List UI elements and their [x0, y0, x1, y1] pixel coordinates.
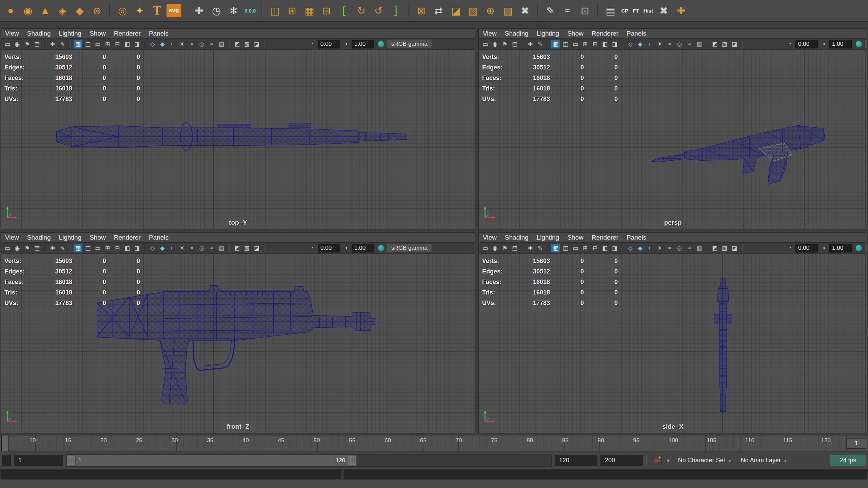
boolean-icon[interactable]: ⊞: [284, 2, 300, 19]
wireframe-on-shaded-icon[interactable]: ◪: [252, 244, 261, 252]
shaded-mode-icon[interactable]: ◆: [636, 40, 645, 48]
pan-zoom-icon[interactable]: ✚: [526, 40, 535, 48]
menu-show[interactable]: Show: [567, 30, 584, 37]
menu-view[interactable]: View: [483, 234, 497, 241]
wireframe-on-shaded-icon[interactable]: ◪: [252, 40, 261, 48]
animation-start-field[interactable]: [2, 455, 11, 466]
menu-shading[interactable]: Shading: [505, 30, 529, 37]
resolution-gate-icon[interactable]: ▭: [571, 40, 580, 48]
extrude-icon[interactable]: ▧: [465, 2, 481, 19]
curve-tool-icon[interactable]: ≈: [560, 2, 575, 19]
anim-layer-dropdown[interactable]: No Anim Layer ▾: [737, 455, 790, 466]
shadows-icon[interactable]: ●: [665, 40, 674, 48]
grid-toggle-icon[interactable]: ▦: [74, 244, 82, 252]
wireframe-mode-icon[interactable]: ◇: [148, 244, 157, 252]
exposure-icon[interactable]: ◔: [308, 40, 316, 48]
shadows-icon[interactable]: ●: [665, 244, 674, 252]
command-result-field[interactable]: [344, 470, 867, 479]
auto-key-icon[interactable]: +: [650, 455, 662, 466]
mirror-icon[interactable]: ⇄: [431, 2, 446, 19]
camera-attributes-icon[interactable]: ◉: [491, 244, 499, 252]
grease-pencil-icon[interactable]: ✎: [58, 244, 67, 252]
camera-select-icon[interactable]: ▭: [3, 40, 12, 48]
textured-mode-icon[interactable]: ◐: [168, 40, 177, 48]
grid-toggle-icon[interactable]: ▦: [74, 40, 82, 48]
poly-torus-icon[interactable]: ◉: [20, 2, 36, 19]
highlight-bracket-left[interactable]: [: [336, 2, 352, 19]
bookmark-icon[interactable]: ⚑: [500, 40, 509, 48]
pan-zoom-icon[interactable]: ✚: [526, 244, 535, 252]
snap-time-icon[interactable]: ◷: [209, 2, 224, 19]
exposure-icon[interactable]: ◔: [785, 244, 794, 252]
ambient-occlusion-icon[interactable]: ◎: [197, 244, 206, 252]
safe-title-icon[interactable]: ◨: [133, 244, 141, 252]
bevel-icon[interactable]: ◪: [448, 2, 463, 19]
viewport-canvas-front[interactable]: Verts: 15603 0 0 Edges: 30512 0 0 Faces:…: [1, 254, 475, 433]
view-transform-label[interactable]: sRGB gamma: [865, 244, 867, 252]
menu-panels[interactable]: Panels: [627, 234, 646, 241]
use-all-lights-icon[interactable]: ☀: [655, 244, 664, 252]
curve-grid-icon[interactable]: ⊡: [577, 2, 593, 19]
color-management-icon[interactable]: [378, 245, 384, 251]
range-slider-track[interactable]: 1 120: [66, 454, 552, 467]
wireframe-mode-icon[interactable]: ◇: [148, 40, 157, 48]
grid-toggle-icon[interactable]: ▦: [551, 40, 560, 48]
exposure-field[interactable]: 0.00: [318, 244, 340, 252]
use-all-lights-icon[interactable]: ☀: [178, 40, 186, 48]
gamma-field[interactable]: 1.00: [352, 40, 374, 48]
xray-icon[interactable]: ▧: [242, 40, 251, 48]
wireframe-mode-icon[interactable]: ◇: [626, 244, 635, 252]
snap-align-icon[interactable]: ❄: [226, 2, 241, 19]
color-management-icon[interactable]: [378, 41, 384, 47]
use-all-lights-icon[interactable]: ☀: [655, 40, 664, 48]
safe-action-icon[interactable]: ◧: [123, 40, 132, 48]
anti-alias-icon[interactable]: ▩: [217, 40, 226, 48]
bridge-icon[interactable]: ⊟: [319, 2, 334, 19]
grid-toggle-icon[interactable]: ▦: [551, 244, 560, 252]
rotate-ccw-tool-icon[interactable]: ↺: [371, 2, 386, 19]
menu-lighting[interactable]: Lighting: [59, 234, 82, 241]
anti-alias-icon[interactable]: ▩: [695, 40, 704, 48]
pencil-curve-icon[interactable]: ✎: [542, 2, 558, 19]
menu-panels[interactable]: Panels: [627, 30, 646, 37]
gate-mask-icon[interactable]: ⊞: [103, 40, 112, 48]
view-transform-label[interactable]: sRGB gamma: [387, 244, 432, 252]
grease-pencil-icon[interactable]: ✎: [58, 40, 67, 48]
camera-attributes-icon[interactable]: ◉: [13, 244, 22, 252]
shadows-icon[interactable]: ●: [188, 244, 196, 252]
isolate-select-icon[interactable]: ◩: [233, 40, 241, 48]
delete-history-icon[interactable]: ✖: [656, 2, 672, 19]
menu-renderer[interactable]: Renderer: [592, 234, 618, 241]
pan-zoom-icon[interactable]: ✚: [48, 244, 57, 252]
color-management-icon[interactable]: [855, 41, 862, 47]
range-end-handle[interactable]: [348, 455, 357, 466]
gate-mask-icon[interactable]: ⊞: [103, 244, 112, 252]
fill-hole-icon[interactable]: ▦: [301, 2, 317, 19]
wireframe-model-persp-view[interactable]: [650, 114, 832, 202]
xray-icon[interactable]: ▧: [720, 40, 729, 48]
field-chart-icon[interactable]: ⊟: [591, 244, 599, 252]
bookmark-icon[interactable]: ⚑: [23, 244, 32, 252]
film-gate-icon[interactable]: ◫: [561, 244, 570, 252]
menu-view[interactable]: View: [483, 30, 497, 37]
platonic-solid-icon[interactable]: ◎: [115, 2, 130, 19]
range-slider-bar[interactable]: 1 120: [67, 455, 357, 466]
viewport-side[interactable]: ViewShadingLightingShowRendererPanels ▭◉…: [478, 232, 867, 433]
menu-renderer[interactable]: Renderer: [592, 30, 618, 37]
camera-select-icon[interactable]: ▭: [481, 40, 490, 48]
grease-pencil-icon[interactable]: ✎: [536, 244, 545, 252]
camera-attributes-icon[interactable]: ◉: [491, 40, 499, 48]
hist-tool-icon[interactable]: Hist: [642, 2, 654, 19]
film-gate-icon[interactable]: ◫: [83, 244, 92, 252]
resolution-gate-icon[interactable]: ▭: [571, 244, 580, 252]
smooth-icon[interactable]: ⊕: [482, 2, 498, 19]
animation-end-field[interactable]: 200: [600, 455, 643, 466]
exposure-field[interactable]: 0.00: [795, 244, 818, 252]
menu-shading[interactable]: Shading: [505, 234, 529, 241]
image-plane-icon[interactable]: ▤: [510, 40, 519, 48]
isolate-select-icon[interactable]: ◩: [710, 244, 719, 252]
anti-alias-icon[interactable]: ▩: [217, 244, 226, 252]
quad-draw-icon[interactable]: ▨: [500, 2, 515, 19]
exposure-icon[interactable]: ◔: [785, 40, 794, 48]
textured-mode-icon[interactable]: ◐: [646, 244, 654, 252]
